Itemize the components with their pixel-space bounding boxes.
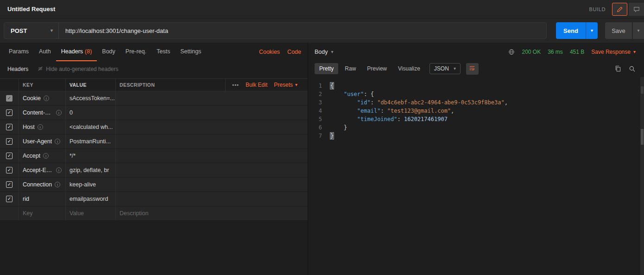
method-select[interactable]: POST ▾: [4, 23, 59, 38]
new-value-input[interactable]: Value: [65, 206, 115, 220]
header-key: Cookie: [23, 95, 41, 102]
send-options-dropdown[interactable]: ▾: [586, 22, 598, 39]
header-description[interactable]: [115, 178, 308, 192]
chevron-down-icon: ▾: [331, 50, 334, 54]
wrap-lines-icon: [469, 65, 475, 73]
header-description[interactable]: [115, 106, 308, 120]
row-checkbox[interactable]: ✓: [6, 109, 13, 116]
header-value: gzip, deflate, br: [69, 167, 109, 173]
column-header-value: VALUE: [65, 79, 115, 91]
scrollbar-thumb[interactable]: [641, 129, 644, 145]
header-value: */*: [69, 153, 76, 159]
header-description[interactable]: [115, 134, 308, 148]
header-row-host: ✓ Hosti <calculated wh...: [0, 120, 308, 134]
wrap-lines-button[interactable]: [466, 63, 479, 75]
search-icon[interactable]: [629, 65, 636, 72]
more-options-icon[interactable]: •••: [232, 82, 239, 88]
header-row-accept-encoding: ✓ Accept-Enc...i gzip, deflate, br: [0, 163, 308, 178]
copy-icon[interactable]: [614, 65, 621, 72]
cookies-link[interactable]: Cookies: [259, 49, 280, 55]
info-icon: i: [43, 153, 49, 159]
row-checkbox[interactable]: ✓: [6, 138, 13, 145]
response-body-viewer[interactable]: 1{ 2 "user": { 3 "id": "db4c6ebf-abc2-49…: [308, 76, 644, 275]
tab-settings[interactable]: Settings: [175, 43, 206, 61]
response-meta-bar: Body ▾ 200 OK 36 ms 451 B Save Response …: [308, 43, 644, 61]
url-input[interactable]: [59, 23, 546, 38]
header-key: Content-Le...: [23, 109, 53, 116]
edit-request-button[interactable]: [612, 3, 627, 16]
status-badge[interactable]: 200 OK: [522, 49, 541, 55]
chevron-down-icon: ▾: [637, 28, 639, 33]
code-line: 3 "id": "db4c6ebf-abc2-4964-abe9-0c53c9f…: [308, 98, 644, 107]
header-description[interactable]: [115, 120, 308, 134]
new-description-input[interactable]: Description: [115, 206, 308, 220]
row-checkbox[interactable]: ✓: [6, 167, 13, 173]
tab-visualize[interactable]: Visualize: [393, 63, 425, 74]
save-options-dropdown[interactable]: ▾: [632, 22, 644, 39]
header-value: keep-alive: [69, 181, 96, 188]
header-key: rid: [23, 196, 29, 202]
save-button[interactable]: Save: [605, 22, 632, 39]
response-body-select[interactable]: Body ▾: [315, 49, 334, 55]
tab-params[interactable]: Params: [4, 43, 34, 61]
code-link[interactable]: Code: [287, 49, 301, 55]
hide-autogenerated-toggle[interactable]: Hide auto-generated headers: [38, 66, 118, 73]
request-tab-links: Cookies Code: [259, 43, 308, 61]
code-line: 1{: [308, 82, 644, 90]
line-number: 6: [308, 123, 330, 132]
header-row-content-length: ✓ Content-Le...i 0: [0, 106, 308, 120]
tab-preview[interactable]: Preview: [362, 63, 391, 74]
response-size[interactable]: 451 B: [570, 49, 584, 55]
code-line: 4 "email": "test123@gmail.com",: [308, 107, 644, 115]
header-description[interactable]: [115, 163, 308, 177]
header-key: Connection: [23, 181, 52, 188]
response-scrollbar[interactable]: [640, 77, 644, 275]
comments-button[interactable]: [629, 3, 644, 16]
info-icon: i: [56, 110, 62, 115]
row-checkbox[interactable]: ✓: [6, 196, 13, 202]
info-icon: i: [38, 124, 43, 130]
line-number: 1: [308, 82, 330, 90]
row-checkbox[interactable]: ✓: [6, 153, 13, 159]
row-checkbox[interactable]: ✓: [6, 124, 13, 130]
chevron-down-icon: ▾: [591, 28, 593, 33]
table-header-actions: ••• Bulk Edit Presets ▾: [225, 79, 304, 91]
format-select[interactable]: JSON ▾: [429, 63, 461, 74]
tab-pre-request[interactable]: Pre-req.: [120, 43, 152, 61]
save-split-button: Save ▾: [605, 22, 644, 39]
tab-auth[interactable]: Auth: [34, 43, 56, 61]
header-row-cookie: ✓ Cookiei sAccessToken=...: [0, 91, 308, 106]
new-key-input[interactable]: Key: [19, 206, 65, 220]
row-checkbox[interactable]: ✓: [6, 181, 13, 188]
scrollbar-thumb[interactable]: [641, 86, 644, 94]
header-description[interactable]: [115, 91, 308, 105]
line-number: 3: [308, 98, 330, 107]
request-url-bar: POST ▾ Send ▾ Save ▾: [0, 19, 644, 43]
bulk-edit-link[interactable]: Bulk Edit: [246, 82, 267, 88]
response-time[interactable]: 36 ms: [548, 49, 563, 55]
row-checkbox[interactable]: ✓: [6, 95, 13, 102]
topbar: Untitled Request BUILD: [0, 0, 644, 19]
tab-body[interactable]: Body: [97, 43, 120, 61]
response-panel: Body ▾ 200 OK 36 ms 451 B Save Response …: [308, 43, 644, 275]
tab-pretty[interactable]: Pretty: [315, 63, 338, 74]
tab-tests[interactable]: Tests: [152, 43, 175, 61]
tab-raw[interactable]: Raw: [340, 63, 360, 74]
headers-section-title: Headers: [7, 66, 28, 72]
headers-section-bar: Headers Hide auto-generated headers: [0, 62, 308, 76]
info-icon: i: [55, 182, 60, 187]
presets-dropdown[interactable]: Presets ▾: [274, 82, 297, 88]
code-line: 6 }: [308, 123, 644, 132]
send-split-button: Send ▾: [556, 22, 598, 39]
send-button[interactable]: Send: [556, 22, 586, 39]
new-header-row: Key Value Description: [0, 206, 308, 221]
header-description[interactable]: [115, 149, 308, 163]
hide-headers-icon: [38, 66, 43, 73]
header-key: Accept: [23, 153, 40, 159]
tab-headers[interactable]: Headers (8): [56, 43, 97, 61]
request-tabs: Params Auth Headers (8) Body Pre-req. Te…: [0, 43, 308, 61]
code-line: 2 "user": {: [308, 90, 644, 98]
header-description[interactable]: [115, 192, 308, 206]
globe-icon[interactable]: [508, 49, 515, 55]
save-response-dropdown[interactable]: Save Response ▾: [591, 49, 636, 55]
